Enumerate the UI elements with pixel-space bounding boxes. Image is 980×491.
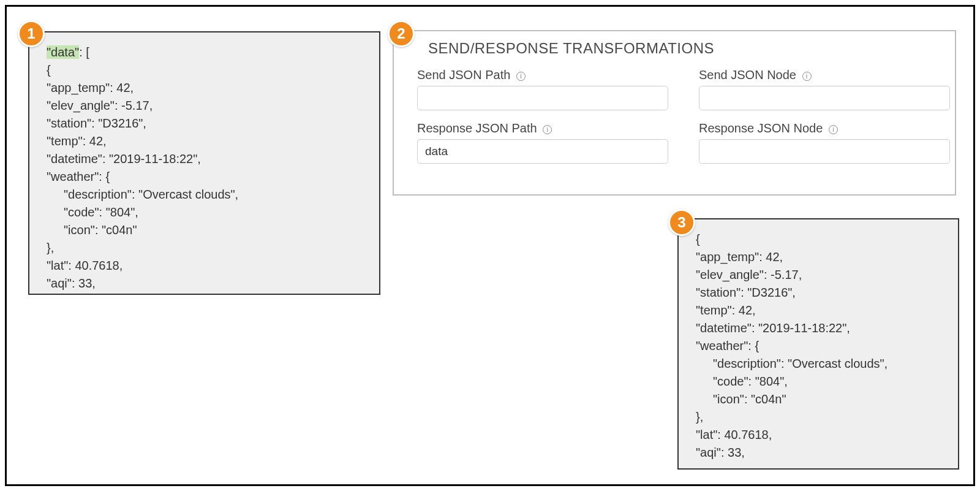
send-json-node-field: Send JSON Node i xyxy=(699,68,950,110)
transformations-panel: SEND/RESPONSE TRANSFORMATIONS Send JSON … xyxy=(393,30,956,196)
code-line: "code": "804", xyxy=(696,373,947,390)
send-json-path-field: Send JSON Path i xyxy=(417,68,668,110)
code-line: "station": "D3216", xyxy=(47,115,368,132)
step-badge-1: 1 xyxy=(18,20,45,47)
response-json-node-label: Response JSON Node i xyxy=(699,121,950,135)
response-json-node-input[interactable] xyxy=(699,139,950,164)
code-line: }, xyxy=(696,408,947,426)
response-json-path-input[interactable] xyxy=(417,139,668,164)
panel-title: SEND/RESPONSE TRANSFORMATIONS xyxy=(428,40,941,57)
code-line: "icon": "c04n" xyxy=(47,221,368,239)
info-icon[interactable]: i xyxy=(802,72,812,81)
form-grid: Send JSON Path i Send JSON Node i Respon… xyxy=(417,68,941,164)
code-line: "data": [ xyxy=(47,44,368,61)
code-line: "temp": 42, xyxy=(696,302,947,319)
code-line: "icon": "c04n" xyxy=(696,390,947,408)
info-icon[interactable]: i xyxy=(829,125,838,134)
label-text: Response JSON Node xyxy=(699,121,823,135)
code-line: "weather": { xyxy=(696,337,947,355)
code-line: "lat": 40.7618, xyxy=(47,257,368,275)
code-line: "description": "Overcast clouds", xyxy=(47,186,368,204)
code-line: "weather": { xyxy=(47,168,368,186)
code-line: "app_temp": 42, xyxy=(696,248,947,266)
raw-json-response-box: "data": [ { "app_temp": 42, "elev_angle"… xyxy=(28,31,380,295)
code-line: { xyxy=(696,230,947,248)
info-icon[interactable]: i xyxy=(516,72,526,81)
diagram-canvas: 1 "data": [ { "app_temp": 42, "elev_angl… xyxy=(5,5,975,486)
code-line: "app_temp": 42, xyxy=(47,79,368,97)
transformed-json-box: { "app_temp": 42, "elev_angle": -5.17, "… xyxy=(677,218,959,470)
code-line: "aqi": 33, xyxy=(696,444,947,462)
code-line: "aqi": 33, xyxy=(47,275,368,292)
code-line: { xyxy=(47,61,368,79)
step-badge-3: 3 xyxy=(668,209,695,236)
step-badge-2: 2 xyxy=(388,20,415,47)
code-line: "code": "804", xyxy=(47,204,368,221)
highlighted-data-key: "data" xyxy=(47,45,79,59)
send-json-node-label: Send JSON Node i xyxy=(699,68,950,82)
label-text: Response JSON Path xyxy=(417,121,537,135)
code-line: "description": "Overcast clouds", xyxy=(696,355,947,373)
code-text: : [ xyxy=(79,45,89,59)
label-text: Send JSON Node xyxy=(699,68,796,82)
response-json-path-field: Response JSON Path i xyxy=(417,121,668,164)
code-line: "elev_angle": -5.17, xyxy=(47,97,368,115)
code-line: "station": "D3216", xyxy=(696,284,947,302)
info-icon[interactable]: i xyxy=(543,125,552,134)
code-line: "temp": 42, xyxy=(47,132,368,150)
response-json-path-label: Response JSON Path i xyxy=(417,121,668,135)
code-line: "datetime": "2019-11-18:22", xyxy=(47,150,368,168)
code-line: "elev_angle": -5.17, xyxy=(696,266,947,284)
code-line: }, xyxy=(47,239,368,257)
code-line: "lat": 40.7618, xyxy=(696,426,947,444)
send-json-path-label: Send JSON Path i xyxy=(417,68,668,82)
send-json-node-input[interactable] xyxy=(699,86,950,110)
label-text: Send JSON Path xyxy=(417,68,510,82)
code-line: "datetime": "2019-11-18:22", xyxy=(696,319,947,337)
response-json-node-field: Response JSON Node i xyxy=(699,121,950,164)
send-json-path-input[interactable] xyxy=(417,86,668,110)
